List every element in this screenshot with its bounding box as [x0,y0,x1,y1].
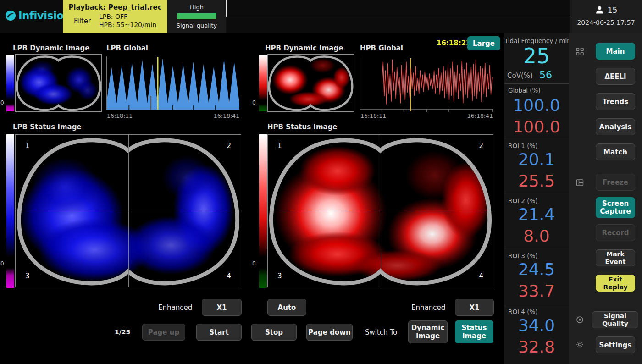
start-button[interactable]: Start [196,324,242,341]
hpb-dynamic-image [267,54,354,112]
roi3-label: ROI 3 (%) [508,252,538,259]
trends-button[interactable]: Trends [596,93,635,110]
global-hpb-value: 100.0 [504,118,569,136]
page-indicator: 1/25 [115,328,130,336]
enhanced-label-left: Enhanced [158,303,192,312]
layout-grid-icon[interactable] [576,48,584,57]
hpb-dynamic-title: HPB Dynamic Image [265,44,343,52]
layout-panel-icon[interactable] [576,179,584,188]
global-lpb-value: 100.0 [504,96,569,115]
lpb-time-start: 16:18:11 [107,112,133,119]
signal-label: Signal quality [167,22,226,29]
hpb-time-start: 16:18:11 [360,112,386,119]
settings-button[interactable]: Settings [596,336,635,353]
lpb-dynamic-zero: 0- [0,99,6,106]
metrics-separator [504,83,569,84]
gear-icon[interactable] [576,340,584,351]
record-button[interactable]: Record [596,224,635,241]
main-button[interactable]: Main [596,43,635,60]
freeze-button[interactable]: Freeze [596,174,635,191]
auto-button[interactable]: Auto [267,299,306,316]
quadrant-2-label: 2 [227,142,231,150]
logo-icon [5,10,17,22]
match-button[interactable]: Match [596,143,635,160]
global-label: Global (%) [508,87,541,94]
mark-event-button[interactable]: Mark Event [596,249,635,266]
metrics-separator [504,249,569,249]
page-up-button[interactable]: Page up [142,324,185,341]
user-icon [595,5,604,15]
stop-button[interactable]: Stop [251,324,297,341]
signal-bar [177,13,216,19]
roi3-hpb-value: 33.7 [504,282,569,300]
lpb-status-title: LPB Status Image [13,123,82,131]
top-bar: Infivision Playback: Peep_trial.rec Filt… [0,0,642,33]
quadrant-4-label: 4 [479,272,483,280]
hpb-dynamic-thorax [268,55,354,111]
hpb-dynamic-zero: 0- [252,99,258,106]
topbar-vline-left [226,0,227,17]
roi1-hpb-value: 25.5 [504,172,569,190]
large-button[interactable]: Large [467,36,500,50]
topbar-hline [226,17,570,17]
roi2-lpb-value: 21.4 [504,205,569,224]
cov-value: 56 [539,69,552,81]
tidal-frequency-value: 25 [504,44,569,68]
roi4-lpb-value: 34.0 [504,316,569,335]
quadrant-2-label: 2 [479,142,483,150]
roi1-label: ROI 1 (%) [508,142,538,149]
roi2-hpb-value: 8.0 [504,227,569,245]
x1-button-left[interactable]: X1 [202,299,242,316]
hpb-status-zero: 0- [252,260,258,267]
hpb-time-end: 16:18:41 [452,112,493,119]
eit-monitor-app: Infivision Playback: Peep_trial.rec Filt… [0,0,642,364]
metrics-separator [504,194,569,194]
signal-level: High [167,4,226,11]
signal-quality-button[interactable]: Signal Quality [592,311,638,328]
roi2-label: ROI 2 (%) [508,197,538,204]
lpb-global-chart [106,55,239,112]
lpb-time-end: 16:18:41 [198,112,239,119]
roi1-lpb-value: 20.1 [504,150,569,169]
roi4-hpb-value: 32.8 [504,338,569,356]
lpb-dynamic-colorbar [6,55,14,111]
datetime: 2024-06-25 17:57 [570,19,642,26]
user-count: 15 [608,6,618,15]
enhanced-label-right: Enhanced [411,303,445,312]
hpb-status-colorbar [259,134,267,288]
quadrant-1-label: 1 [25,142,30,150]
cursor-time: 16:18:22 [437,39,471,47]
lpb-status-crosshair-v [128,135,129,287]
dynamic-image-button[interactable]: Dynamic Image [408,320,448,343]
cov-label: CoV(%) [507,72,533,80]
lpb-dynamic-thorax [16,55,101,111]
filter-label: Filter [74,17,91,25]
lpb-status-image: 1 2 3 4 [15,134,241,287]
playback-panel: Playback: Peep_trial.rec Filter LPB: OFF… [63,0,167,33]
switch-to-label: Switch To [365,328,397,336]
playback-file: Playback: Peep_trial.rec [63,3,167,11]
screen-capture-button[interactable]: Screen Capture [596,197,635,218]
broadcast-icon[interactable] [576,315,584,326]
quadrant-3-label: 3 [25,272,30,280]
page-down-button[interactable]: Page down [306,324,353,341]
exit-replay-button[interactable]: Exit Replay [596,275,635,292]
hpb-status-crosshair-v [381,135,381,287]
lpb-global-title: LPB Global [106,44,148,52]
metrics-separator [504,139,569,139]
hpb-dynamic-colorbar [259,55,267,111]
lpb-dynamic-image [15,54,102,112]
lpb-dynamic-title: LPB Dynamic Image [13,44,89,52]
x1-button-right[interactable]: X1 [455,299,494,316]
deeli-button[interactable]: ΔEELI [596,68,635,85]
quadrant-3-label: 3 [277,272,282,280]
hpb-status-title: HPB Status Image [267,123,338,131]
analysis-button[interactable]: Analysis [596,118,635,135]
user-info: 15 2024-06-25 17:57 [570,0,642,33]
status-image-button[interactable]: Status Image [455,320,493,343]
lpb-status-zero: 0- [0,260,6,267]
hpb-status-image: 1 2 3 4 [267,134,493,287]
hpb-global-title: HPB Global [360,44,403,52]
lpb-status-colorbar [6,134,14,288]
roi3-lpb-value: 24.5 [504,260,569,279]
